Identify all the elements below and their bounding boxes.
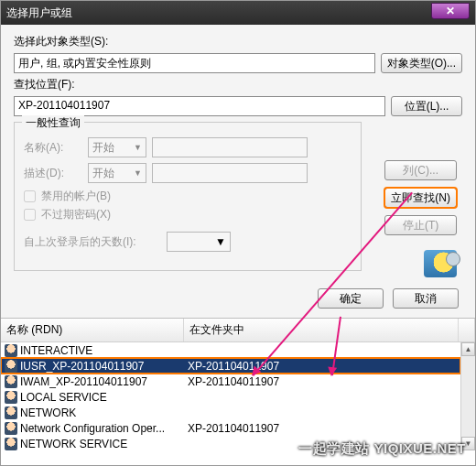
principal-icon	[5, 360, 17, 373]
desc-mode-combo[interactable]: 开始 ▼	[88, 163, 146, 183]
row-name-cell: INTERACTIVE	[1, 344, 184, 357]
name-input[interactable]	[152, 137, 308, 157]
row-folder-cell: XP-201104011907	[184, 375, 444, 388]
col-scroll-spacer	[459, 319, 475, 341]
row-name-text: INTERACTIVE	[20, 344, 92, 357]
locations-button[interactable]: 位置(L)...	[391, 96, 462, 116]
principal-icon	[5, 438, 17, 450]
principal-icon	[5, 344, 17, 357]
chevron-down-icon: ▼	[134, 143, 142, 152]
table-row[interactable]: IWAM_XP-201104011907XP-201104011907	[1, 374, 460, 389]
disabled-accounts-input[interactable]	[24, 190, 36, 202]
principal-icon	[5, 375, 17, 388]
col-name-header[interactable]: 名称 (RDN)	[1, 319, 184, 341]
chevron-down-icon: ▼	[134, 168, 142, 178]
table-row[interactable]: INTERACTIVE	[1, 342, 460, 358]
days-since-logon-combo[interactable]: ▼	[167, 232, 231, 252]
desc-mode-value: 开始	[92, 166, 114, 181]
cancel-button[interactable]: 取消	[393, 288, 459, 309]
scroll-down-button[interactable]: ▼	[461, 437, 475, 450]
table-row[interactable]: NETWORK SERVICE	[1, 436, 460, 451]
desc-label: 描述(D):	[24, 166, 82, 181]
location-label: 查找位置(F):	[14, 77, 462, 92]
principal-icon	[5, 422, 17, 435]
row-folder-cell: XP-201104011907	[184, 360, 444, 373]
name-mode-combo[interactable]: 开始 ▼	[88, 137, 146, 157]
close-button[interactable]: ✕	[431, 3, 470, 19]
row-name-cell: LOCAL SERVICE	[1, 391, 184, 404]
row-name-text: IUSR_XP-201104011907	[20, 360, 144, 373]
principal-icon	[5, 391, 17, 404]
row-name-cell: IUSR_XP-201104011907	[1, 360, 184, 373]
nonexpiring-password-checkbox[interactable]: 不过期密码(X)	[24, 207, 352, 222]
row-name-cell: NETWORK SERVICE	[1, 438, 184, 450]
row-name-cell: Network Configuration Oper...	[1, 422, 184, 435]
object-types-button[interactable]: 对象类型(O)...	[381, 53, 462, 73]
table-row[interactable]: NETWORK	[1, 405, 460, 420]
row-name-text: Network Configuration Oper...	[20, 422, 165, 435]
results-header: 名称 (RDN) 在文件夹中	[1, 319, 475, 342]
row-name-cell: NETWORK	[1, 406, 184, 419]
close-icon: ✕	[446, 5, 455, 17]
side-buttons: 列(C)... 立即查找(N) 停止(T)	[384, 160, 457, 277]
table-row[interactable]: LOCAL SERVICE	[1, 389, 460, 405]
window-title: 选择用户或组	[6, 5, 72, 21]
stop-button[interactable]: 停止(T)	[384, 215, 457, 235]
dialog-body: 选择此对象类型(S): 用户, 组, 或内置安全性原则 对象类型(O)... 查…	[1, 25, 475, 318]
disabled-accounts-label: 禁用的帐户(B)	[41, 189, 111, 204]
common-queries-group: 一般性查询 名称(A): 开始 ▼ 描述(D): 开始 ▼ 禁用的帐户(B) 不…	[14, 122, 362, 271]
days-since-logon-label: 自上次登录后的天数(I):	[24, 234, 161, 250]
row-folder-cell: XP-201104011907	[184, 422, 444, 435]
nonexpiring-password-label: 不过期密码(X)	[41, 207, 111, 222]
desc-input[interactable]	[152, 163, 308, 183]
results-rows[interactable]: INTERACTIVEIUSR_XP-201104011907XP-201104…	[1, 342, 460, 451]
find-now-button[interactable]: 立即查找(N)	[384, 188, 457, 208]
object-type-field[interactable]: 用户, 组, 或内置安全性原则	[14, 53, 375, 73]
common-queries-legend: 一般性查询	[22, 115, 84, 131]
table-row[interactable]: IUSR_XP-201104011907XP-201104011907	[1, 358, 460, 374]
principal-icon	[5, 406, 17, 419]
disabled-accounts-checkbox[interactable]: 禁用的帐户(B)	[24, 189, 352, 204]
location-field[interactable]: XP-201104011907	[14, 96, 385, 116]
name-label: 名称(A):	[24, 140, 82, 156]
titlebar: 选择用户或组 ✕	[1, 1, 475, 25]
columns-button[interactable]: 列(C)...	[384, 160, 457, 180]
table-row[interactable]: Network Configuration Oper...XP-20110401…	[1, 420, 460, 436]
object-type-label: 选择此对象类型(S):	[14, 34, 462, 49]
ok-button[interactable]: 确定	[318, 288, 384, 309]
find-icon	[424, 250, 457, 277]
nonexpiring-password-input[interactable]	[24, 209, 36, 221]
scroll-up-button[interactable]: ▲	[461, 342, 475, 356]
row-name-text: NETWORK	[20, 406, 76, 419]
chevron-down-icon: ▼	[215, 235, 226, 248]
row-name-cell: IWAM_XP-201104011907	[1, 375, 184, 388]
name-mode-value: 开始	[92, 140, 114, 156]
row-name-text: NETWORK SERVICE	[20, 438, 127, 450]
row-name-text: LOCAL SERVICE	[20, 391, 107, 404]
row-name-text: IWAM_XP-201104011907	[20, 375, 147, 388]
results-list: 名称 (RDN) 在文件夹中 INTERACTIVEIUSR_XP-201104…	[1, 318, 475, 451]
col-folder-header[interactable]: 在文件夹中	[184, 319, 459, 341]
vertical-scrollbar[interactable]: ▲ ▼	[460, 342, 475, 450]
